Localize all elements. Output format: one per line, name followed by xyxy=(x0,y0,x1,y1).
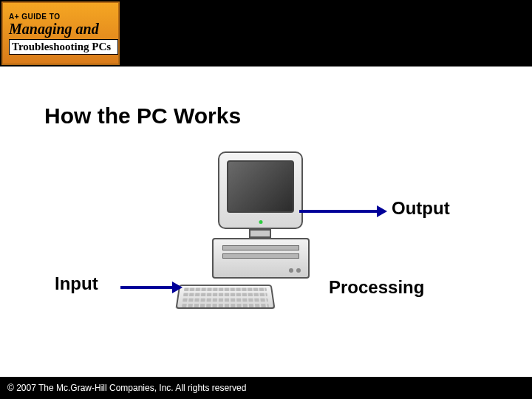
power-led-icon xyxy=(259,220,262,224)
arrow-input-icon xyxy=(120,282,183,293)
keyboard-icon xyxy=(175,284,275,309)
computer-illustration xyxy=(196,151,321,307)
logo-tagline: A+ GUIDE TO xyxy=(9,13,118,21)
slide-title: How the PC Works xyxy=(44,103,241,129)
label-output: Output xyxy=(392,198,450,219)
slide-content: How the PC Works Output Input Processing xyxy=(0,66,532,377)
drive-slot xyxy=(222,253,299,259)
monitor-screen xyxy=(227,160,294,213)
label-input: Input xyxy=(55,273,98,294)
monitor-icon xyxy=(218,151,303,229)
footer-copyright: © 2007 The Mc.Graw-Hill Companies, Inc. … xyxy=(0,377,532,399)
arrow-output-icon xyxy=(299,205,387,217)
header-bar: A+ GUIDE TO Managing and Troubleshooting… xyxy=(0,0,532,66)
logo-title-line1: Managing and xyxy=(9,21,118,38)
drive-slot xyxy=(222,245,299,250)
monitor-stand xyxy=(249,229,271,238)
label-processing: Processing xyxy=(329,277,424,298)
tower-buttons xyxy=(289,268,301,273)
logo-title-line2: Troubleshooting PCs xyxy=(9,39,118,55)
book-logo: A+ GUIDE TO Managing and Troubleshooting… xyxy=(1,1,120,65)
desktop-tower-icon xyxy=(212,238,310,279)
